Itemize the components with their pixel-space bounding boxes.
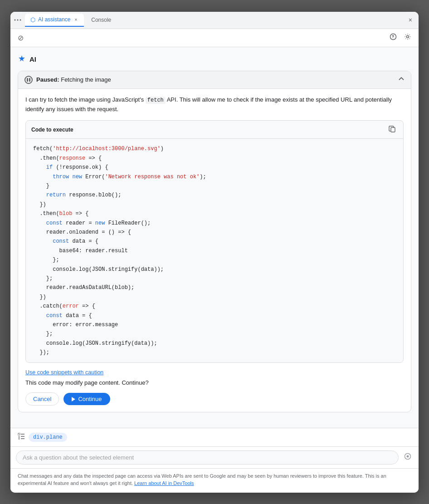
code-line: .then(response => {	[33, 154, 396, 163]
svg-point-2	[20, 20, 21, 21]
ai-header: AI	[18, 54, 411, 64]
continue-label: Continue	[78, 396, 102, 402]
ai-tab-icon: ⬡	[30, 16, 35, 23]
code-block: Code to execute fetch('http://localhost:…	[25, 120, 404, 363]
tab-bar-menu[interactable]	[14, 16, 21, 24]
code-line: };	[33, 255, 396, 264]
collapse-button[interactable]	[398, 76, 405, 83]
svg-point-1	[17, 20, 19, 21]
tab-ai-label: AI assistance	[38, 16, 70, 23]
code-line: error: error.message	[33, 320, 396, 329]
code-line: return response.blob();	[33, 191, 396, 200]
ai-header-icon	[18, 54, 26, 64]
disclaimer-link[interactable]: Learn about AI in DevTools	[134, 480, 194, 486]
ban-icon-button[interactable]: ⊘	[16, 32, 25, 44]
svg-point-0	[15, 20, 16, 21]
main-content: AI Paused: Fetching the image	[10, 47, 419, 428]
code-line: });	[33, 348, 396, 357]
settings-icon-button[interactable]	[402, 31, 413, 44]
disclaimer: Chat messages and any data the inspected…	[10, 468, 419, 493]
code-block-header: Code to execute	[26, 121, 403, 139]
code-line: };	[33, 329, 396, 338]
selector-icon	[18, 433, 25, 441]
caution-link[interactable]: Use code snippets with caution	[25, 369, 404, 376]
code-line: .then(blob => {	[33, 209, 396, 218]
code-line: console.log(JSON.stringify(data));	[33, 265, 396, 274]
code-line: throw new Error('Network response was no…	[33, 172, 396, 181]
toolbar-right	[388, 31, 413, 44]
message-text: I can try to fetch the image using JavaS…	[25, 95, 404, 114]
svg-point-5	[407, 36, 409, 38]
code-line: })	[33, 293, 396, 302]
action-buttons: Cancel Continue	[25, 392, 404, 406]
message-card-header: Paused: Fetching the image	[18, 71, 411, 89]
code-line: };	[33, 274, 396, 283]
input-bar	[10, 446, 419, 468]
toolbar-left: ⊘	[16, 32, 25, 44]
code-line: const data = {	[33, 237, 396, 246]
code-line: console.log(JSON.stringify(data));	[33, 339, 396, 348]
send-button[interactable]	[402, 451, 413, 464]
devtools-window: ⬡ AI assistance × Console × ⊘	[10, 12, 419, 493]
continue-button[interactable]: Continue	[63, 393, 110, 405]
message-body: I can try to fetch the image using JavaS…	[18, 89, 411, 412]
svg-point-4	[393, 38, 393, 38]
code-block-body: fetch('http://localhost:3000/plane.svg')…	[26, 139, 403, 362]
tab-console-label: Console	[91, 17, 111, 23]
toolbar: ⊘	[10, 29, 419, 47]
svg-rect-6	[391, 127, 395, 132]
disclaimer-text: Chat messages and any data the inspected…	[18, 473, 386, 486]
question-input[interactable]	[16, 450, 399, 465]
svg-point-9	[407, 455, 409, 458]
help-icon-button[interactable]	[388, 31, 399, 44]
code-block-title: Code to execute	[31, 127, 73, 133]
svg-rect-7	[18, 433, 20, 435]
play-icon	[72, 397, 75, 401]
message-status: Paused: Fetching the image	[36, 76, 111, 83]
settings-icon	[404, 33, 411, 42]
tab-console[interactable]: Console	[86, 14, 117, 26]
tab-bar: ⬡ AI assistance × Console ×	[10, 12, 419, 29]
window-close-button[interactable]: ×	[406, 15, 415, 25]
code-line: }	[33, 181, 396, 191]
code-line: .catch(error => {	[33, 302, 396, 311]
pause-icon	[24, 76, 33, 84]
warning-text: This code may modify page content. Conti…	[25, 379, 404, 386]
cancel-button[interactable]: Cancel	[25, 392, 59, 406]
code-line: const reader = new FileReader();	[33, 219, 396, 228]
code-line: reader.readAsDataURL(blob);	[33, 283, 396, 292]
code-line: if (!response.ok) {	[33, 163, 396, 172]
code-line: const data = {	[33, 311, 396, 320]
element-chip[interactable]: div.plane	[29, 433, 67, 442]
ban-icon: ⊘	[18, 34, 24, 42]
code-line: fetch('http://localhost:3000/plane.svg')	[33, 144, 396, 153]
message-card: Paused: Fetching the image I can try to …	[18, 71, 411, 413]
element-selector: div.plane	[10, 428, 419, 446]
code-line: reader.onloadend = () => {	[33, 228, 396, 237]
tab-ai-assistance[interactable]: ⬡ AI assistance ×	[25, 14, 84, 27]
ai-header-title: AI	[29, 55, 36, 63]
tab-ai-close[interactable]: ×	[73, 17, 78, 23]
code-line: })	[33, 200, 396, 209]
copy-button[interactable]	[387, 124, 398, 135]
help-icon	[390, 33, 397, 42]
code-line: base64: reader.result	[33, 246, 396, 255]
